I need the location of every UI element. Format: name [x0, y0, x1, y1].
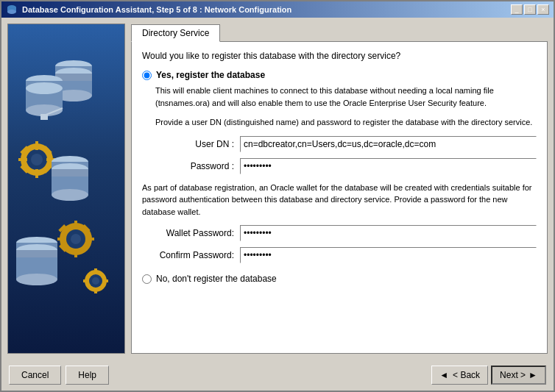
svg-point-2 — [7, 10, 16, 14]
wallet-password-input[interactable] — [240, 225, 537, 241]
user-dn-row: User DN : — [155, 136, 537, 152]
radio-yes-label[interactable]: Yes, register the database — [156, 70, 265, 80]
svg-point-27 — [52, 189, 88, 201]
maximize-button[interactable]: □ — [524, 4, 536, 15]
svg-rect-32 — [74, 221, 77, 229]
svg-rect-48 — [94, 268, 97, 274]
wallet-password-label: Wallet Password: — [155, 228, 240, 238]
svg-rect-50 — [83, 279, 89, 282]
svg-rect-16 — [35, 141, 38, 150]
svg-point-43 — [16, 274, 57, 285]
password-label: Password : — [155, 161, 240, 171]
minimize-button[interactable]: _ — [511, 4, 523, 15]
app-icon — [6, 4, 18, 15]
radio-yes[interactable] — [142, 71, 152, 80]
svg-rect-17 — [35, 169, 38, 178]
svg-point-11 — [26, 82, 63, 94]
bottom-left-buttons: Cancel Help — [9, 366, 109, 385]
help-button[interactable]: Help — [66, 366, 109, 385]
password-input[interactable] — [240, 158, 537, 174]
svg-rect-13 — [40, 114, 48, 120]
bottom-right-buttons: ◄ < Back Next > ► — [431, 366, 546, 385]
svg-rect-34 — [57, 238, 66, 240]
user-dn-input[interactable] — [240, 136, 537, 152]
confirm-password-label: Confirm Password: — [155, 250, 240, 260]
bottom-bar: Cancel Help ◄ < Back Next > ► — [1, 360, 554, 391]
tab-bar: Directory Service — [131, 24, 548, 41]
svg-rect-35 — [86, 238, 94, 240]
main-window: Database Configuration Assistant, Step 5… — [0, 0, 555, 392]
back-button[interactable]: ◄ < Back — [431, 366, 488, 385]
svg-rect-33 — [74, 249, 77, 257]
svg-point-52 — [92, 277, 99, 285]
radio-no[interactable] — [142, 274, 152, 284]
radio-yes-option[interactable]: Yes, register the database — [142, 70, 537, 80]
title-bar: Database Configuration Assistant, Step 5… — [1, 1, 554, 18]
confirm-password-input[interactable] — [240, 247, 537, 263]
back-arrow-icon: ◄ — [439, 370, 448, 380]
svg-rect-45 — [16, 250, 57, 257]
wallet-description: As part of database registration, an Ora… — [142, 182, 537, 218]
tab-directory-service[interactable]: Directory Service — [131, 24, 220, 42]
description-yes: This will enable client machines to conn… — [155, 85, 537, 109]
description-dn: Provide a user DN (distinguished name) a… — [155, 116, 537, 129]
user-dn-label: User DN : — [155, 139, 240, 149]
svg-point-40 — [71, 234, 81, 244]
radio-no-label[interactable]: No, don't register the database — [156, 274, 277, 284]
right-panel: Directory Service Would you like to regi… — [131, 24, 548, 354]
next-arrow-icon: ► — [529, 370, 537, 380]
tab-content: Would you like to register this database… — [131, 41, 548, 354]
title-bar-controls: _ □ × — [511, 4, 549, 15]
confirm-password-row: Confirm Password: — [155, 247, 537, 263]
svg-rect-49 — [94, 288, 97, 293]
illustration-panel — [7, 24, 125, 354]
svg-rect-51 — [102, 279, 108, 282]
close-button[interactable]: × — [537, 4, 549, 15]
password-row: Password : — [155, 158, 537, 174]
svg-rect-29 — [52, 169, 88, 177]
title-text: Database Configuration Assistant, Step 5… — [6, 4, 291, 15]
cancel-button[interactable]: Cancel — [9, 366, 61, 385]
illustration — [11, 49, 121, 329]
question-text: Would you like to register this database… — [142, 51, 537, 61]
radio-no-option[interactable]: No, don't register the database — [142, 274, 537, 284]
svg-rect-18 — [18, 158, 27, 161]
svg-point-24 — [31, 154, 43, 165]
next-button[interactable]: Next > ► — [491, 366, 546, 385]
wallet-password-row: Wallet Password: — [155, 225, 537, 241]
